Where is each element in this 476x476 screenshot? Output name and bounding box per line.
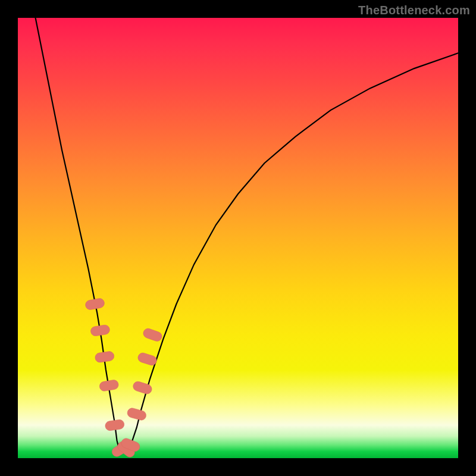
marker-lozenge [137,352,158,367]
marker-lozenge [90,324,110,337]
marker-lozenge [99,379,119,392]
marker-lozenge [105,419,125,431]
marker-lozenge [84,298,105,311]
watermark-text: TheBottleneck.com [358,4,470,17]
bottleneck-curve [36,18,458,452]
curve-layer [18,18,458,458]
marker-lozenge [95,350,115,363]
marker-lozenge [142,327,163,343]
plot-area [18,18,458,458]
chart-frame: TheBottleneck.com [0,0,476,476]
marker-group [84,298,163,458]
marker-lozenge [126,407,147,421]
marker-lozenge [132,380,153,395]
